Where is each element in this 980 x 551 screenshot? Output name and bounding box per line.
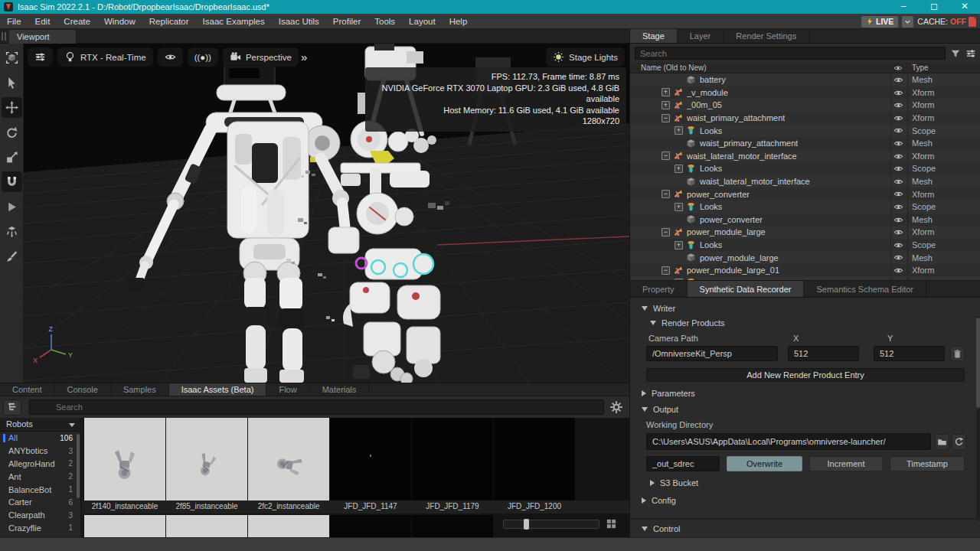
visibility-options-button[interactable] [158, 47, 183, 67]
scrollbar[interactable] [77, 434, 80, 498]
working-directory-input[interactable] [646, 433, 931, 450]
expand-icon[interactable] [662, 101, 670, 109]
expand-icon[interactable] [675, 126, 683, 135]
table-row[interactable]: waist_primary_attachmentMesh [630, 137, 980, 150]
selection-mode-button[interactable] [2, 47, 22, 68]
table-row[interactable]: waist_lateral_motor_interfaceMesh [630, 175, 980, 188]
timestamp-mode-button[interactable]: Timestamp [890, 456, 965, 471]
thumbnail-size-slider[interactable] [503, 520, 599, 529]
add-render-product-button[interactable]: Add New Render Product Entry [646, 368, 965, 382]
visibility-eye-icon[interactable] [893, 164, 904, 174]
collapse-icon[interactable] [662, 266, 670, 275]
maximize-button[interactable]: ◻ [919, 0, 949, 14]
assets-search-input[interactable] [29, 399, 604, 415]
table-row[interactable]: LooksScope [630, 124, 980, 137]
gear-icon[interactable] [609, 400, 623, 414]
visibility-eye-icon[interactable] [893, 240, 904, 250]
tab-samples[interactable]: Samples [111, 383, 169, 396]
category-item-all[interactable]: All106 [0, 432, 80, 445]
section-s3-bucket[interactable]: S3 Bucket [650, 478, 698, 487]
asset-thumbnail[interactable] [494, 418, 575, 500]
visibility-eye-icon[interactable] [893, 253, 904, 262]
table-row[interactable]: power_converterXform [630, 187, 980, 201]
visibility-eye-icon[interactable] [893, 266, 904, 276]
camera-select-button[interactable]: Perspective [223, 47, 299, 67]
visibility-eye-icon[interactable] [893, 189, 904, 199]
section-control[interactable]: Control [642, 524, 680, 533]
filter-funnel-icon[interactable] [950, 48, 961, 59]
refresh-button[interactable] [952, 434, 966, 450]
menu-window[interactable]: Window [97, 14, 142, 29]
collapse-icon[interactable] [662, 152, 670, 160]
asset-thumbnail-partial[interactable] [248, 515, 329, 538]
expand-icon[interactable] [675, 165, 683, 173]
section-writer[interactable]: Writer [642, 304, 675, 313]
viewport-settings-button[interactable] [28, 47, 53, 67]
grid-view-icon[interactable] [606, 518, 617, 530]
category-item-carter[interactable]: Carter6 [0, 496, 80, 509]
folder-prefix-input[interactable] [646, 456, 720, 471]
category-item-ant[interactable]: Ant2 [0, 470, 80, 483]
visibility-eye-icon[interactable] [893, 100, 904, 110]
browse-folder-button[interactable] [935, 434, 949, 450]
toolbar-expand-chevrons[interactable]: » [301, 51, 305, 64]
table-row[interactable]: waist_primary_attachmentXform [630, 112, 980, 125]
increment-mode-button[interactable]: Increment [809, 456, 883, 471]
menu-layout[interactable]: Layout [402, 14, 443, 29]
tab-viewport[interactable]: Viewport [9, 30, 76, 44]
category-item-crazyflie[interactable]: Crazyflie1 [0, 522, 80, 535]
renderer-select-button[interactable]: RTX - Real-Time [57, 47, 153, 67]
y-resolution-input[interactable] [874, 346, 945, 361]
visibility-eye-icon[interactable] [893, 215, 904, 225]
collapse-icon[interactable] [662, 114, 670, 122]
x-resolution-input[interactable] [788, 346, 859, 361]
table-row[interactable]: power_module_large_01Xform [630, 264, 980, 277]
table-row[interactable]: waist_lateral_motor_interfaceXform [630, 150, 980, 163]
category-dropdown[interactable]: Robots [0, 418, 80, 432]
category-item-anybotics[interactable]: ANYbotics3 [0, 445, 80, 458]
table-row[interactable]: _v_moduleXform [630, 86, 980, 99]
tab-content[interactable]: Content [0, 383, 55, 396]
table-row[interactable]: power_converterMesh [630, 214, 980, 227]
camera-path-input[interactable] [646, 346, 778, 361]
menu-tools[interactable]: Tools [368, 14, 402, 29]
category-item-balancebot[interactable]: BalanceBot1 [0, 483, 80, 496]
overwrite-mode-button[interactable]: Overwrite [727, 456, 802, 471]
section-parameters[interactable]: Parameters [642, 389, 695, 398]
physics-drop-button[interactable] [2, 222, 22, 243]
menu-help[interactable]: Help [443, 14, 475, 29]
viewport-3d-canvas[interactable]: Z X Y RTX - Real-Time ((●)) Perspective [24, 44, 629, 383]
collapse-icon[interactable] [662, 228, 670, 236]
tab-console[interactable]: Console [55, 383, 111, 396]
select-tool-button[interactable] [2, 73, 22, 93]
asset-thumbnail[interactable] [330, 418, 411, 500]
visibility-eye-icon[interactable] [893, 177, 904, 187]
live-dropdown-button[interactable] [902, 16, 913, 28]
stage-lights-button[interactable]: Stage Lights [546, 47, 625, 67]
section-config[interactable]: Config [642, 496, 676, 505]
tab-stage[interactable]: Stage [630, 29, 678, 43]
section-output[interactable]: Output [642, 405, 678, 414]
visibility-eye-icon[interactable] [893, 227, 904, 237]
visibility-eye-icon[interactable] [893, 75, 904, 85]
menu-edit[interactable]: Edit [28, 14, 57, 29]
tab-flow[interactable]: Flow [266, 383, 309, 396]
name-column-header[interactable]: Name (Old to New) [641, 64, 707, 72]
asset-thumbnail-partial[interactable] [330, 515, 411, 538]
type-column-header[interactable]: Type [912, 64, 929, 72]
menu-isaac-utils[interactable]: Isaac Utils [272, 14, 326, 29]
close-button[interactable]: ✕ [949, 0, 980, 14]
tab-semantics-schema-editor[interactable]: Semantics Schema Editor [804, 281, 926, 297]
asset-thumbnail[interactable] [84, 418, 165, 500]
tree-view-toggle-button[interactable] [3, 399, 21, 416]
snap-tool-button[interactable] [2, 171, 22, 192]
scale-tool-button[interactable] [2, 147, 22, 168]
paint-tool-button[interactable] [2, 246, 22, 267]
rotate-tool-button[interactable] [2, 122, 22, 143]
table-row[interactable]: LooksScope [630, 201, 980, 214]
menu-file[interactable]: File [0, 14, 28, 29]
expand-icon[interactable] [675, 241, 683, 249]
table-row[interactable]: batteryMesh [630, 73, 980, 86]
tab-isaac-assets[interactable]: Isaac Assets (Beta) [169, 383, 267, 396]
stage-search-input[interactable] [635, 47, 946, 60]
